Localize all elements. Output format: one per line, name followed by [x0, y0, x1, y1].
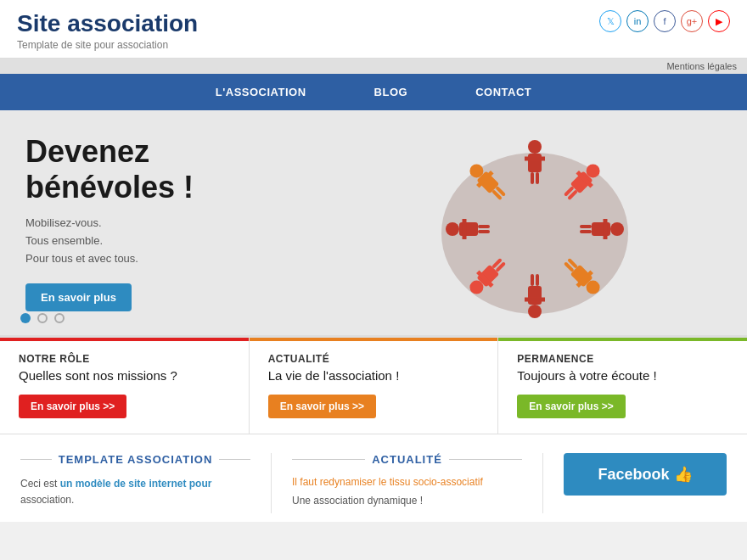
facebook-icon[interactable]: f — [654, 10, 676, 32]
card-btn-2[interactable]: En savoir plus >> — [268, 395, 376, 418]
svg-rect-4 — [531, 172, 534, 184]
svg-rect-25 — [531, 274, 534, 286]
svg-point-1 — [528, 140, 542, 154]
hero-section: Devenez bénévoles ! Mobilisez-vous. Tous… — [0, 110, 747, 335]
card-border-orange — [250, 338, 498, 341]
hero-cta-button[interactable]: En savoir plus — [25, 283, 132, 311]
svg-rect-2 — [528, 154, 542, 172]
bottom-text-1: Ceci est un modèle de site internet pour… — [20, 476, 250, 508]
svg-rect-14 — [580, 225, 592, 228]
bottom-section-title-1: TEMPLATE ASSOCIATION — [20, 453, 250, 466]
social-icons: 𝕏 in f g+ ▶ — [599, 10, 730, 32]
bottom-link-1[interactable]: un modèle de site internet pour — [60, 478, 212, 490]
cards-section: NOTRE RÔLE Quelles sont nos missions ? E… — [0, 335, 747, 434]
card-border-red — [0, 338, 249, 341]
twitter-icon[interactable]: 𝕏 — [599, 10, 621, 32]
card-actualite: ACTUALITÉ La vie de l'association ! En s… — [250, 338, 499, 434]
svg-rect-22 — [528, 286, 542, 305]
card-notre-role: NOTRE RÔLE Quelles sont nos missions ? E… — [0, 338, 250, 434]
hero-image — [390, 119, 679, 335]
bottom-section: TEMPLATE ASSOCIATION Ceci est un modèle … — [0, 434, 747, 522]
mentions-label[interactable]: Mentions légales — [666, 61, 737, 71]
svg-rect-34 — [478, 230, 490, 233]
svg-rect-24 — [536, 274, 539, 286]
nav-contact[interactable]: CONTACT — [441, 74, 565, 110]
brand: Site association Template de site pour a… — [17, 10, 198, 51]
card-desc-1: Quelles sont nos missions ? — [19, 368, 230, 383]
facebook-button[interactable]: Facebook 👍 — [564, 453, 727, 496]
svg-point-11 — [610, 222, 624, 236]
card-title-1: NOTRE RÔLE — [19, 353, 230, 365]
card-permanence: PERMANENCE Toujours à votre écoute ! En … — [498, 338, 747, 434]
card-border-green — [498, 338, 747, 341]
mentions-bar: Mentions légales — [0, 59, 747, 74]
svg-rect-35 — [478, 225, 490, 228]
card-desc-2: La vie de l'association ! — [268, 368, 480, 383]
card-btn-1[interactable]: En savoir plus >> — [19, 395, 126, 418]
gplus-icon[interactable]: g+ — [681, 10, 703, 32]
svg-point-31 — [446, 222, 459, 236]
bottom-col-actualite: ACTUALITÉ Il faut redynamiser le tissu s… — [272, 453, 543, 513]
nav-blog[interactable]: BLOG — [340, 74, 442, 110]
header: Site association Template de site pour a… — [0, 0, 747, 59]
card-title-3: PERMANENCE — [517, 353, 728, 365]
svg-rect-12 — [592, 222, 610, 236]
site-subtitle: Template de site pour association — [17, 39, 198, 51]
actualite-link-1[interactable]: Il faut redynamiser le tissu socio-assoc… — [292, 476, 522, 488]
bottom-col-template: TEMPLATE ASSOCIATION Ceci est un modèle … — [0, 453, 272, 513]
card-btn-3[interactable]: En savoir plus >> — [517, 395, 625, 418]
hero-subtitle: Mobilisez-vous. Tous ensemble. Pour tous… — [25, 215, 212, 267]
hero-title: Devenez bénévoles ! — [25, 134, 212, 204]
card-title-2: ACTUALITÉ — [268, 353, 480, 365]
svg-rect-5 — [536, 172, 539, 184]
svg-rect-15 — [580, 230, 592, 233]
card-desc-3: Toujours à votre écoute ! — [517, 368, 728, 383]
linkedin-icon[interactable]: in — [626, 10, 649, 32]
main-nav: L'ASSOCIATION BLOG CONTACT — [0, 74, 747, 110]
youtube-icon[interactable]: ▶ — [708, 10, 730, 32]
bottom-section-title-2: ACTUALITÉ — [292, 453, 522, 466]
svg-rect-32 — [459, 222, 478, 236]
svg-point-21 — [528, 305, 542, 318]
bottom-col-facebook: Facebook 👍 — [543, 453, 747, 513]
actualite-link-2[interactable]: Une association dynamique ! — [292, 495, 522, 507]
site-title: Site association — [17, 10, 198, 37]
hero-text: Devenez bénévoles ! Mobilisez-vous. Tous… — [0, 110, 238, 335]
nav-association[interactable]: L'ASSOCIATION — [182, 74, 340, 110]
